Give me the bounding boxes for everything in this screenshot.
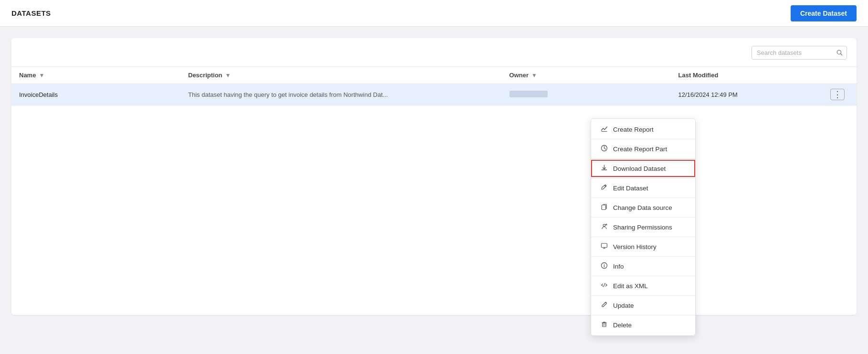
clock-icon xyxy=(600,145,608,153)
menu-label-sharing-permissions: Sharing Permissions xyxy=(613,224,672,231)
edit-icon xyxy=(600,184,608,192)
search-input[interactable] xyxy=(752,46,847,60)
owner-filter-icon[interactable]: ▼ xyxy=(531,72,537,79)
context-menu: Create Report Create Report Part Downloa… xyxy=(591,118,696,336)
xml-icon xyxy=(600,281,608,290)
info-icon xyxy=(600,262,608,271)
menu-label-update: Update xyxy=(613,302,634,309)
datasets-card: Name ▼ Description ▼ Owner ▼ xyxy=(11,38,857,315)
copy-icon xyxy=(600,203,608,212)
menu-item-update[interactable]: Update xyxy=(591,297,695,314)
create-dataset-button[interactable]: Create Dataset xyxy=(791,5,857,21)
menu-item-edit-as-xml[interactable]: Edit as XML xyxy=(591,277,695,294)
dataset-name: InvoiceDetails xyxy=(11,84,180,105)
col-actions xyxy=(823,67,857,84)
svg-point-6 xyxy=(603,224,605,227)
search-button[interactable] xyxy=(836,49,843,56)
content-area: Name ▼ Description ▼ Owner ▼ xyxy=(0,27,868,315)
menu-item-edit-dataset[interactable]: Edit Dataset xyxy=(591,179,695,197)
menu-item-delete[interactable]: Delete xyxy=(591,316,695,333)
col-owner: Owner ▼ xyxy=(502,67,671,84)
search-icon xyxy=(836,49,843,56)
menu-item-download-dataset[interactable]: Download Dataset xyxy=(591,160,695,177)
pencil-icon xyxy=(600,301,608,310)
svg-rect-5 xyxy=(602,205,605,210)
table-row: InvoiceDetails This dataset having the q… xyxy=(11,84,857,105)
more-actions-button[interactable]: ⋮ xyxy=(830,89,845,100)
separator-6 xyxy=(591,237,695,237)
menu-label-create-report-part: Create Report Part xyxy=(613,146,667,153)
svg-rect-16 xyxy=(602,323,606,327)
description-filter-icon[interactable]: ▼ xyxy=(225,72,231,79)
menu-item-create-report[interactable]: Create Report xyxy=(591,121,695,138)
svg-line-15 xyxy=(603,283,605,287)
menu-label-delete: Delete xyxy=(613,322,632,329)
page-title: DATASETS xyxy=(11,9,51,17)
owner-avatar-placeholder xyxy=(509,91,548,97)
svg-rect-9 xyxy=(601,243,607,247)
dataset-last-modified: 12/16/2024 12:49 PM xyxy=(671,84,823,105)
col-last-modified: Last Modified xyxy=(671,67,823,84)
menu-item-version-history[interactable]: Version History xyxy=(591,238,695,255)
separator-4 xyxy=(591,198,695,198)
download-icon xyxy=(600,164,608,173)
share-icon xyxy=(600,223,608,231)
menu-item-info[interactable]: Info xyxy=(591,258,695,275)
menu-label-edit-as-xml: Edit as XML xyxy=(613,282,648,290)
separator-7 xyxy=(591,256,695,257)
monitor-icon xyxy=(600,242,608,251)
trash-icon xyxy=(600,321,608,329)
separator-3 xyxy=(591,178,695,178)
menu-item-change-datasource[interactable]: Change Data source xyxy=(591,199,695,216)
col-description: Description ▼ xyxy=(180,67,502,84)
search-bar-row xyxy=(11,46,857,66)
chart-icon xyxy=(600,125,608,134)
menu-label-info: Info xyxy=(613,263,624,270)
menu-label-create-report: Create Report xyxy=(613,126,654,133)
separator-10 xyxy=(591,315,695,315)
separator-5 xyxy=(591,217,695,218)
svg-point-14 xyxy=(603,264,604,265)
datasets-table: Name ▼ Description ▼ Owner ▼ xyxy=(11,66,857,105)
menu-label-change-datasource: Change Data source xyxy=(613,204,672,211)
table-header-row: Name ▼ Description ▼ Owner ▼ xyxy=(11,67,857,84)
menu-item-sharing-permissions[interactable]: Sharing Permissions xyxy=(591,219,695,236)
menu-item-create-report-part[interactable]: Create Report Part xyxy=(591,140,695,157)
separator-2 xyxy=(591,158,695,159)
dataset-description: This dataset having the query to get inv… xyxy=(180,84,502,105)
dataset-owner xyxy=(502,84,671,105)
separator-1 xyxy=(591,139,695,139)
menu-label-download-dataset: Download Dataset xyxy=(613,165,666,172)
dataset-actions-cell: ⋮ xyxy=(823,84,857,105)
svg-line-1 xyxy=(840,53,842,55)
menu-label-edit-dataset: Edit Dataset xyxy=(613,185,648,192)
separator-8 xyxy=(591,276,695,276)
menu-label-version-history: Version History xyxy=(613,243,656,250)
separator-9 xyxy=(591,295,695,296)
name-filter-icon[interactable]: ▼ xyxy=(39,72,44,79)
top-bar: DATASETS Create Dataset xyxy=(0,0,868,27)
col-name: Name ▼ xyxy=(11,67,180,84)
search-input-wrap xyxy=(752,46,847,60)
svg-point-7 xyxy=(605,224,606,225)
